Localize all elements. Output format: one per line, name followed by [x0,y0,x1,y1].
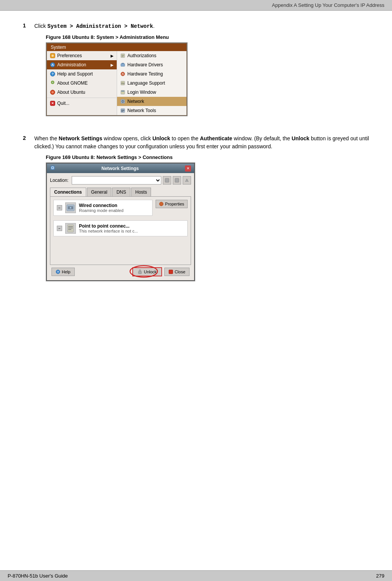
hardware-drivers-label: Hardware Drivers [127,62,163,67]
ns-tab-hosts[interactable]: Hosts [131,188,151,196]
menu-item-hardware-testing[interactable]: Hardware Testing [117,69,186,79]
svg-rect-14 [122,56,124,56]
footer-right: 279 [376,573,384,579]
ns-tab-dns[interactable]: DNS [112,188,130,196]
ns-location-row: Location: [50,176,191,185]
svg-rect-13 [122,55,124,55]
ns-properties-btn[interactable]: Properties [156,200,188,208]
ns-tabs: Connections General DNS Hosts [50,188,191,196]
menu-separator [47,98,117,98]
page-content: 1 Click System > Administration > Networ… [0,11,392,323]
ns-location-label: Location: [50,178,69,183]
svg-point-36 [70,207,71,209]
menu-item-hardware-drivers[interactable]: Hardware Drivers [117,60,186,69]
ns-unlock-btn[interactable]: Unlock [132,267,162,276]
menu-item-about-gnome[interactable]: About GNOME [47,79,117,88]
ns-help-btn[interactable]: ? Help [51,268,75,276]
svg-rect-40 [68,228,73,228]
svg-point-9 [51,91,54,93]
ns-wired-connection: − Wired conn [53,200,153,216]
ns-unlock-wrapper: Unlock [132,267,162,276]
menu-system-bar: System [47,43,186,51]
step-1-text: Click System > Administration > Network. [34,22,154,30]
hardware-testing-icon [120,71,125,77]
menu-item-about-ubuntu[interactable]: About Ubuntu [47,88,117,97]
figure-168-body: Figure 168 Ubuntu 8: System > Administra… [34,34,369,124]
menu-item-language-support[interactable]: Aa Language Support [117,79,186,88]
svg-rect-28 [121,111,124,111]
step-2-block: 2 When the Network Settings window opens… [23,135,369,289]
ns-bottom-row: ? Help [50,265,191,277]
ns-close-btn2[interactable]: Close [164,268,190,276]
svg-rect-32 [165,178,169,182]
menu-item-administration[interactable]: A Administration ▶ [47,60,117,69]
ns-location-btn-3[interactable] [183,176,191,185]
svg-point-7 [52,82,53,83]
network-settings-window: Network Settings ✕ Location: [46,163,195,281]
ns-tab-general[interactable]: General [87,188,112,196]
menu-system-label: System [51,45,66,50]
ns-titlebar-close[interactable]: ✕ [185,165,191,172]
menu-item-login-window[interactable]: Login Window [117,88,186,97]
menu-left-panel: Preferences ▶ A [47,51,117,115]
step-2-network-settings: Network Settings [59,135,102,141]
step-1-line: 1 Click System > Administration > Networ… [23,22,369,30]
administration-arrow: ▶ [111,63,114,67]
ns-ppp-icon [65,223,76,234]
network-tools-icon [120,108,125,113]
ns-ppp-minus-btn[interactable]: − [57,226,62,231]
ns-location-combo[interactable] [72,176,161,185]
administration-icon: A [50,62,55,67]
about-gnome-icon [50,80,55,86]
menu-item-quit[interactable]: ✕ Quit... [47,99,117,108]
menu-row: Preferences ▶ A [47,51,186,115]
step-2-authenticate-ref: Authenticate [200,135,232,141]
step-1-number: 1 [23,22,32,29]
menu-right-panel: Authorizations Hardware D [117,51,186,115]
svg-point-37 [159,202,163,206]
ns-wired-minus-btn[interactable]: − [57,205,62,210]
footer-left: P-870HN-51b User's Guide [8,573,68,579]
step-1-command: System > Administration > Network [47,23,153,29]
step-2-unlock-ref: Unlock [153,135,170,141]
network-tools-label: Network Tools [127,108,156,113]
quit-label: Quit... [57,101,69,106]
step-2-text: When the Network Settings window opens, … [34,135,369,151]
ns-close-label: Close [175,270,185,274]
administration-label: Administration [57,62,86,67]
preferences-label: Preferences [57,53,82,58]
svg-text:✕: ✕ [51,101,54,105]
figure-169-container: Network Settings ✕ Location: [46,162,195,281]
ns-location-btn-2[interactable] [173,176,181,185]
step-1-block: 1 Click System > Administration > Networ… [23,22,369,124]
svg-rect-16 [121,64,125,66]
ns-location-btn-1[interactable] [163,176,171,185]
help-icon: ? [50,71,55,77]
menu-item-network[interactable]: Network [117,97,186,106]
svg-text:?: ? [57,270,59,274]
ns-titlebar-icon [50,165,55,172]
ns-tab-connections[interactable]: Connections [50,188,86,196]
about-ubuntu-icon [50,90,55,95]
svg-rect-29 [121,111,123,112]
menu-item-authorizations[interactable]: Authorizations [117,51,186,60]
preferences-icon [50,53,55,58]
page-footer: P-870HN-51b User's Guide 279 [0,570,392,581]
svg-rect-46 [169,270,173,274]
svg-rect-27 [121,110,124,110]
help-label: Help and Support [57,71,93,77]
ns-wired-status: Roaming mode enabled [79,208,149,213]
step-2-number: 2 [23,135,32,141]
menu-item-help[interactable]: ? Help and Support [47,69,117,79]
svg-rect-33 [175,178,179,182]
svg-rect-39 [68,226,73,227]
menu-item-network-tools[interactable]: Network Tools [117,106,186,115]
authorizations-label: Authorizations [127,53,156,58]
svg-point-1 [51,55,54,57]
about-ubuntu-label: About Ubuntu [57,90,85,95]
ubuntu-menu: System [46,43,187,116]
menu-item-preferences[interactable]: Preferences ▶ [47,51,117,60]
ns-tab-content: − Wired conn [50,196,191,265]
ns-wired-name: Wired connection [79,203,149,208]
svg-rect-41 [68,229,71,230]
